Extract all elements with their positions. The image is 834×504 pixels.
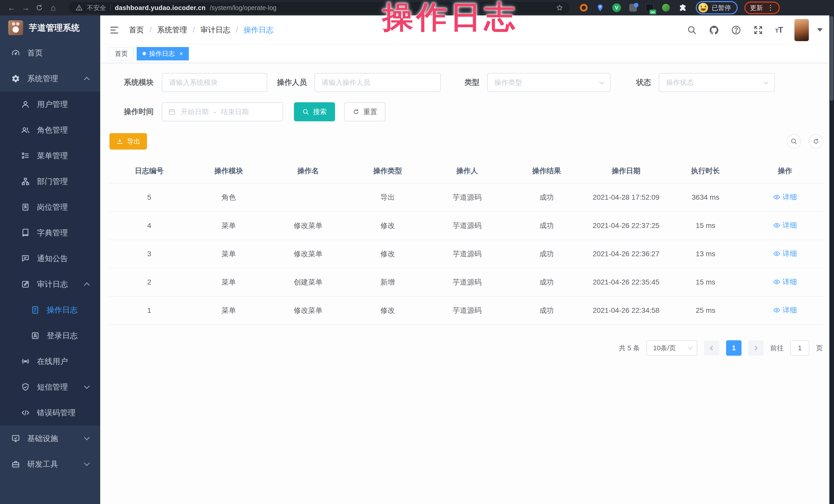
extension-pin-icon[interactable] — [596, 3, 605, 12]
export-button[interactable]: 导出 — [109, 133, 147, 150]
detail-link[interactable]: 详细 — [773, 249, 797, 259]
refresh-table-button[interactable] — [809, 134, 823, 149]
code-icon — [21, 408, 30, 418]
browser-scrollbar[interactable] — [829, 16, 834, 504]
user-menu-caret-icon[interactable] — [817, 28, 823, 31]
detail-link-label: 详细 — [783, 192, 797, 202]
online-signal-icon — [21, 356, 30, 366]
font-size-icon[interactable]: TT — [775, 25, 783, 35]
browser-toolbar: ← → ⌂ 不安全 dashboard.yudao.iocoder.cn /sy… — [0, 0, 834, 16]
cell-result: 成功 — [507, 212, 586, 240]
filter-row-2: 操作时间 开始日期 - 结束日期 搜索 重置 — [109, 102, 825, 121]
sidebar-item-online-user[interactable]: 在线用户 — [0, 349, 100, 374]
chevron-down-icon — [84, 383, 90, 389]
toolbar-row: 导出 — [109, 133, 825, 150]
browser-reload-icon[interactable] — [32, 2, 46, 13]
scrollbar-thumb[interactable] — [830, 16, 833, 101]
github-icon[interactable] — [709, 25, 719, 35]
chevron-down-icon — [84, 435, 90, 440]
browser-menu-icon[interactable]: ⋮ — [767, 4, 774, 11]
sidebar-item-dict[interactable]: 字典管理 — [0, 220, 100, 246]
sidebar-item-system[interactable]: 系统管理 — [0, 66, 100, 91]
cell-date: 2021-04-26 22:35:45 — [586, 268, 666, 296]
sidebar-item-notice[interactable]: 通知公告 — [0, 246, 100, 271]
page-unit-label: 页 — [816, 344, 823, 353]
sidebar-item-menu[interactable]: 菜单管理 — [0, 143, 100, 169]
chevron-down-icon — [688, 346, 693, 350]
detail-link[interactable]: 详细 — [773, 192, 797, 202]
sidebar-item-audit-log[interactable]: 审计日志 — [0, 271, 100, 297]
page-size-select[interactable]: 10条/页 — [646, 340, 697, 356]
extension-list-icon[interactable]: on — [645, 3, 654, 12]
gear-icon — [11, 74, 21, 84]
browser-forward-icon[interactable]: → — [19, 2, 32, 13]
type-select[interactable]: 操作类型 — [487, 73, 611, 92]
sidebar-item-label: 角色管理 — [37, 125, 68, 135]
search-icon[interactable] — [687, 25, 697, 35]
browser-update-button[interactable]: 更新 ⋮ — [744, 2, 780, 14]
search-icon — [302, 108, 309, 115]
module-input[interactable] — [162, 73, 267, 92]
sidebar-item-role[interactable]: 角色管理 — [0, 117, 100, 143]
detail-link[interactable]: 详细 — [773, 305, 797, 315]
show-search-button[interactable] — [787, 134, 801, 149]
help-icon[interactable] — [731, 25, 741, 35]
address-bar[interactable]: 不安全 dashboard.yudao.iocoder.cn /system/l… — [69, 2, 570, 13]
next-page-button[interactable] — [748, 340, 764, 356]
fullscreen-icon[interactable] — [753, 25, 763, 35]
cell-module: 菜单 — [189, 212, 268, 240]
bookmark-star-icon[interactable] — [556, 4, 563, 11]
status-select[interactable]: 操作状态 — [659, 73, 775, 92]
browser-back-icon[interactable]: ← — [5, 2, 19, 13]
chevron-down-icon — [764, 80, 768, 84]
user-icon — [21, 100, 30, 109]
sidebar-item-sms[interactable]: 短信管理 — [0, 374, 100, 400]
tab-home[interactable]: 首页 — [109, 47, 134, 60]
detail-link-label: 详细 — [783, 249, 797, 259]
extension-orange-icon[interactable] — [579, 3, 588, 12]
date-range-picker[interactable]: 开始日期 - 结束日期 — [162, 102, 283, 121]
operator-input[interactable] — [314, 73, 441, 92]
sidebar-item-infra[interactable]: 基础设施 — [0, 425, 100, 451]
extension-puzzle-icon[interactable] — [678, 3, 687, 12]
sidebar-item-operate-log[interactable]: 操作日志 — [0, 297, 100, 323]
eye-icon — [773, 194, 780, 201]
warning-icon — [75, 4, 83, 11]
sidebar-item-user[interactable]: 用户管理 — [0, 91, 100, 117]
extension-gem-icon[interactable] — [629, 3, 638, 12]
document-icon — [30, 305, 40, 315]
browser-home-icon[interactable]: ⌂ — [46, 2, 60, 13]
sidebar-item-login-log[interactable]: 登录日志 — [0, 323, 100, 349]
sidebar-item-label: 字典管理 — [37, 228, 68, 238]
breadcrumb-item[interactable]: 审计日志 — [200, 25, 230, 35]
sidebar-item-home[interactable]: 首页 — [0, 40, 100, 66]
tab-label: 操作日志 — [149, 49, 175, 58]
extension-leaf-icon[interactable] — [661, 3, 671, 12]
prev-page-button[interactable] — [704, 340, 719, 356]
update-label: 更新 — [750, 4, 763, 12]
goto-page-input[interactable] — [790, 340, 809, 356]
extension-green-icon[interactable]: V — [612, 3, 621, 12]
sidebar-logo-row[interactable]: 芋道管理系统 — [0, 16, 100, 40]
sidebar-item-devtool[interactable]: 研发工具 — [0, 451, 100, 477]
cell-duration: 3634 ms — [666, 183, 745, 212]
user-avatar[interactable] — [794, 19, 809, 41]
search-button[interactable]: 搜索 — [294, 102, 335, 121]
sidebar-item-dept[interactable]: 部门管理 — [0, 169, 100, 194]
detail-link[interactable]: 详细 — [773, 277, 797, 287]
app-title: 芋道管理系统 — [29, 22, 80, 34]
sidebar-item-post[interactable]: 岗位管理 — [0, 194, 100, 220]
breadcrumb-item[interactable]: 首页 — [129, 25, 144, 35]
collapse-sidebar-icon[interactable] — [109, 25, 120, 36]
browser-profile-chip[interactable]: 已暂停 — [696, 1, 738, 15]
page-number-button[interactable]: 1 — [726, 340, 742, 356]
tab-close-icon[interactable]: × — [179, 51, 183, 57]
tab-operate-log[interactable]: 操作日志× — [137, 47, 189, 60]
sidebar-item-label: 操作日志 — [47, 305, 78, 315]
sidebar-item-error-code[interactable]: 错误码管理 — [0, 400, 100, 425]
breadcrumb-item[interactable]: 系统管理 — [157, 25, 187, 35]
module-label: 系统模块 — [109, 78, 154, 88]
detail-link[interactable]: 详细 — [773, 220, 797, 230]
sidebar-item-label: 基础设施 — [27, 433, 58, 444]
reset-button[interactable]: 重置 — [344, 102, 386, 121]
